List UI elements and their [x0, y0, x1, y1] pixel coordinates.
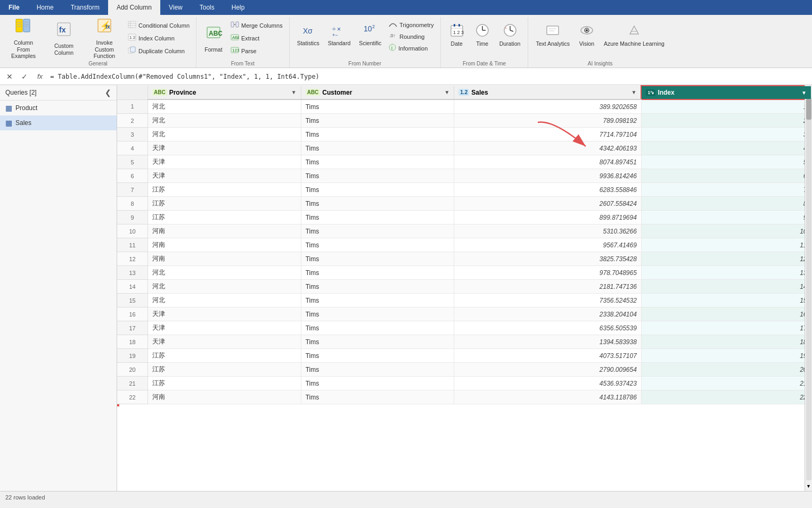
scientific-button[interactable]: 102 Scientific: [356, 19, 384, 51]
table-row: 15河北Tims7356.52453215: [117, 294, 811, 307]
table-row: 19江苏Tims4073.51710719: [117, 349, 811, 363]
column-from-examples-button[interactable]: Column From Examples: [4, 19, 43, 57]
customer-col-dropdown[interactable]: ▼: [444, 89, 449, 95]
index-cell: 12: [641, 252, 811, 266]
standard-button[interactable]: ÷×+− Standard: [325, 19, 354, 51]
rounding-button[interactable]: .0↑ Rounding: [387, 31, 436, 42]
date-icon: 1 2 3: [450, 23, 464, 40]
sales-col-dropdown[interactable]: ▼: [631, 89, 636, 95]
formula-confirm-icon[interactable]: ✓: [19, 71, 30, 82]
index-col-dropdown[interactable]: ▼: [801, 90, 807, 96]
tab-add-column[interactable]: Add Column: [108, 0, 160, 15]
index-cell: 5: [641, 155, 811, 169]
index-column-header[interactable]: 1²₃ Index ▼: [641, 86, 811, 99]
custom-column-button[interactable]: fx Custom Column: [45, 19, 83, 57]
formula-input[interactable]: [50, 73, 808, 80]
format-button[interactable]: ABC Format: [201, 19, 226, 57]
conditional-column-button[interactable]: Conditional Column: [126, 19, 192, 31]
vertical-scrollbar[interactable]: ▲ ▼: [805, 85, 812, 491]
text-analytics-label: Text Analytics: [536, 40, 570, 47]
tab-tools[interactable]: Tools: [191, 0, 223, 15]
scroll-down-arrow[interactable]: ▼: [806, 481, 811, 491]
standard-label: Standard: [328, 40, 351, 46]
ribbon-tabs: File Home Transform Add Column View Tool…: [0, 0, 812, 15]
province-col-dropdown[interactable]: ▼: [291, 89, 297, 95]
table-row: 22河南Tims4143.11878622: [117, 390, 811, 404]
duplicate-column-button[interactable]: Duplicate Column: [126, 45, 192, 57]
row-number: 6: [117, 169, 148, 183]
province-cell: 天津: [148, 155, 301, 169]
row-number: 11: [117, 238, 148, 252]
index-cell: 18: [641, 335, 811, 349]
index-column-button[interactable]: 1 2 3 Index Column: [126, 32, 192, 44]
customer-cell: Tims: [301, 211, 454, 224]
province-cell: 河南: [148, 252, 301, 266]
province-column-header[interactable]: ABC Province ▼: [148, 86, 301, 99]
vision-button[interactable]: Vision: [575, 19, 598, 51]
rounding-icon: .0↑: [389, 32, 397, 41]
ribbon-col-more: Conditional Column 1 2 3 Index Column Du…: [126, 19, 192, 57]
customer-cell: Tims: [301, 238, 454, 252]
customer-column-header[interactable]: ABC Customer ▼: [301, 86, 454, 99]
formula-cancel-icon[interactable]: ✕: [4, 71, 15, 82]
customer-cell: Tims: [301, 155, 454, 169]
province-cell: 江苏: [148, 377, 301, 390]
azure-ml-button[interactable]: Azure Machine Learning: [601, 19, 668, 51]
sales-column-header[interactable]: 1.2 Sales ▼: [454, 86, 642, 99]
province-cell: 天津: [148, 307, 301, 321]
table-row: 14河北Tims2181.74713614: [117, 280, 811, 294]
tab-transform[interactable]: Transform: [62, 0, 108, 15]
query-item-product[interactable]: ▦ Product: [0, 101, 117, 115]
sales-cell: 4536.937423: [454, 377, 642, 390]
index-col-label: Index: [658, 89, 674, 96]
data-grid-wrapper[interactable]: ABC Province ▼ ABC Customer ▼: [117, 85, 812, 491]
sales-cell: 2607.558424: [454, 197, 642, 211]
svg-text:1 2 3: 1 2 3: [453, 30, 464, 35]
index-cell: 20: [641, 363, 811, 377]
tab-view[interactable]: View: [160, 0, 191, 15]
sales-cell: 7356.524532: [454, 294, 642, 307]
index-cell: 22: [641, 390, 811, 404]
province-cell: 江苏: [148, 197, 301, 211]
queries-collapse-button[interactable]: ❮: [105, 88, 111, 97]
index-cell: 9: [641, 211, 811, 224]
scroll-thumb[interactable]: [806, 98, 811, 120]
status-bar: 22 rows loaded: [0, 491, 812, 503]
svg-text:↓: ↓: [237, 36, 239, 39]
table-row: 3河北Tims7714.7971043: [117, 128, 811, 141]
trigonometry-button[interactable]: Trigonometry: [387, 19, 436, 30]
province-cell: 江苏: [148, 183, 301, 197]
ribbon-from-number-content: Xσ Statistics ÷×+− Standard 102 Scientif…: [294, 19, 436, 59]
ribbon-col-text: Merge Columns ABC↓ Extract 123 Parse: [228, 19, 285, 57]
information-button[interactable]: i Information: [387, 43, 436, 54]
ai-insights-group-label: AI Insights: [532, 59, 667, 66]
customer-cell: Tims: [301, 169, 454, 183]
table-row: 20江苏Tims2790.00965420: [117, 363, 811, 377]
duration-button[interactable]: Duration: [496, 19, 524, 51]
parse-icon: 123: [231, 46, 239, 56]
invoke-custom-function-button[interactable]: ⚡fx Invoke Custom Function: [85, 19, 124, 57]
svg-point-38: [389, 44, 396, 51]
tab-help[interactable]: Help: [223, 0, 253, 15]
ribbon-ai-content: Text Analytics Vision Azure Machine Lear…: [532, 19, 667, 59]
date-button[interactable]: 1 2 3 Date: [445, 19, 469, 51]
time-button[interactable]: Time: [471, 19, 494, 51]
text-analytics-button[interactable]: Text Analytics: [532, 19, 573, 51]
customer-cell: Tims: [301, 280, 454, 294]
statistics-button[interactable]: Xσ Statistics: [294, 19, 323, 51]
tab-file[interactable]: File: [0, 0, 28, 15]
svg-text:i: i: [391, 45, 392, 51]
query-item-sales[interactable]: ▦ Sales: [0, 115, 117, 130]
customer-cell: Tims: [301, 363, 454, 377]
customer-cell: Tims: [301, 294, 454, 307]
azure-ml-label: Azure Machine Learning: [604, 40, 665, 47]
parse-button[interactable]: 123 Parse: [228, 45, 285, 57]
row-number: 17: [117, 321, 148, 335]
table-row: 12河南Tims3825.73542812: [117, 252, 811, 266]
row-number: 10: [117, 224, 148, 238]
merge-columns-button[interactable]: Merge Columns: [228, 19, 285, 31]
extract-button[interactable]: ABC↓ Extract: [228, 32, 285, 44]
queries-header: Queries [2] ❮: [0, 85, 117, 101]
tab-home[interactable]: Home: [28, 0, 62, 15]
province-cell: 河北: [148, 266, 301, 280]
